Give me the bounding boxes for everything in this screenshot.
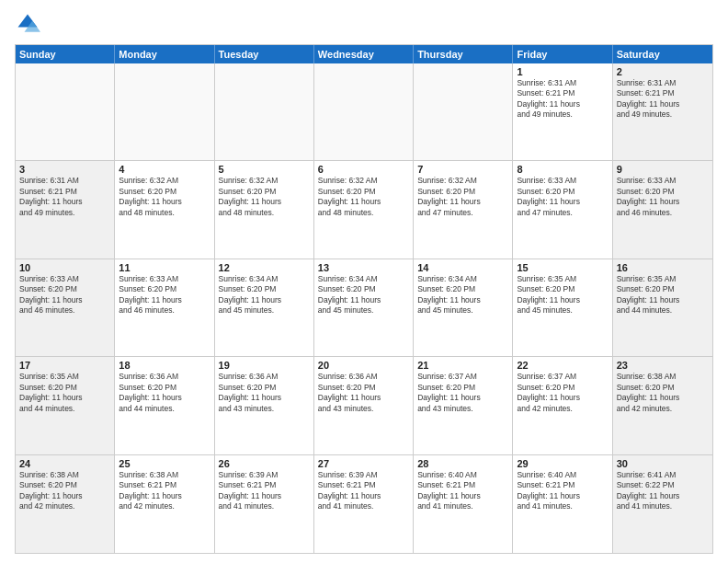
- day-info: Sunrise: 6:36 AM Sunset: 6:20 PM Dayligh…: [219, 372, 310, 414]
- day-cell-11: 11Sunrise: 6:33 AM Sunset: 6:20 PM Dayli…: [115, 259, 214, 356]
- header-day-monday: Monday: [115, 45, 214, 63]
- day-number: 5: [219, 164, 310, 175]
- day-number: 21: [417, 360, 508, 371]
- header-day-wednesday: Wednesday: [314, 45, 414, 63]
- day-number: 30: [617, 458, 709, 469]
- header-day-saturday: Saturday: [613, 45, 712, 63]
- day-cell-3: 3Sunrise: 6:31 AM Sunset: 6:21 PM Daylig…: [16, 161, 115, 258]
- calendar-body: 1Sunrise: 6:31 AM Sunset: 6:21 PM Daylig…: [16, 63, 712, 553]
- week-2: 3Sunrise: 6:31 AM Sunset: 6:21 PM Daylig…: [16, 161, 712, 259]
- day-cell-18: 18Sunrise: 6:36 AM Sunset: 6:20 PM Dayli…: [115, 357, 214, 454]
- day-number: 13: [318, 262, 409, 273]
- day-info: Sunrise: 6:36 AM Sunset: 6:20 PM Dayligh…: [119, 372, 210, 414]
- day-info: Sunrise: 6:32 AM Sunset: 6:20 PM Dayligh…: [119, 176, 210, 218]
- day-cell-7: 7Sunrise: 6:32 AM Sunset: 6:20 PM Daylig…: [414, 161, 513, 258]
- day-cell-25: 25Sunrise: 6:38 AM Sunset: 6:21 PM Dayli…: [115, 455, 214, 553]
- empty-cell: [215, 63, 314, 160]
- day-info: Sunrise: 6:39 AM Sunset: 6:21 PM Dayligh…: [219, 470, 310, 512]
- day-cell-24: 24Sunrise: 6:38 AM Sunset: 6:20 PM Dayli…: [16, 455, 115, 553]
- day-info: Sunrise: 6:34 AM Sunset: 6:20 PM Dayligh…: [417, 274, 508, 316]
- day-info: Sunrise: 6:38 AM Sunset: 6:21 PM Dayligh…: [119, 470, 210, 512]
- day-info: Sunrise: 6:33 AM Sunset: 6:20 PM Dayligh…: [119, 274, 210, 316]
- day-info: Sunrise: 6:38 AM Sunset: 6:20 PM Dayligh…: [19, 470, 110, 512]
- day-cell-28: 28Sunrise: 6:40 AM Sunset: 6:21 PM Dayli…: [414, 455, 513, 553]
- day-cell-9: 9Sunrise: 6:33 AM Sunset: 6:20 PM Daylig…: [613, 161, 712, 258]
- day-cell-6: 6Sunrise: 6:32 AM Sunset: 6:20 PM Daylig…: [314, 161, 414, 258]
- empty-cell: [115, 63, 214, 160]
- calendar-header: SundayMondayTuesdayWednesdayThursdayFrid…: [16, 45, 712, 63]
- day-number: 12: [219, 262, 310, 273]
- week-4: 17Sunrise: 6:35 AM Sunset: 6:20 PM Dayli…: [16, 357, 712, 454]
- day-number: 19: [219, 360, 310, 371]
- day-number: 27: [318, 458, 409, 469]
- day-info: Sunrise: 6:32 AM Sunset: 6:20 PM Dayligh…: [318, 176, 409, 218]
- day-number: 4: [119, 164, 210, 175]
- day-cell-8: 8Sunrise: 6:33 AM Sunset: 6:20 PM Daylig…: [513, 161, 612, 258]
- day-info: Sunrise: 6:41 AM Sunset: 6:22 PM Dayligh…: [617, 470, 709, 512]
- day-info: Sunrise: 6:34 AM Sunset: 6:20 PM Dayligh…: [318, 274, 409, 316]
- day-cell-4: 4Sunrise: 6:32 AM Sunset: 6:20 PM Daylig…: [115, 161, 214, 258]
- day-number: 24: [19, 458, 110, 469]
- day-info: Sunrise: 6:32 AM Sunset: 6:20 PM Dayligh…: [219, 176, 310, 218]
- day-number: 8: [517, 164, 608, 175]
- day-number: 6: [318, 164, 409, 175]
- day-cell-26: 26Sunrise: 6:39 AM Sunset: 6:21 PM Dayli…: [215, 455, 314, 553]
- day-info: Sunrise: 6:32 AM Sunset: 6:20 PM Dayligh…: [417, 176, 508, 218]
- day-cell-13: 13Sunrise: 6:34 AM Sunset: 6:20 PM Dayli…: [314, 259, 414, 356]
- empty-cell: [16, 63, 115, 160]
- day-info: Sunrise: 6:38 AM Sunset: 6:20 PM Dayligh…: [617, 372, 709, 414]
- day-number: 10: [19, 262, 110, 273]
- day-cell-10: 10Sunrise: 6:33 AM Sunset: 6:20 PM Dayli…: [16, 259, 115, 356]
- header: [15, 11, 713, 37]
- day-number: 11: [119, 262, 210, 273]
- day-cell-14: 14Sunrise: 6:34 AM Sunset: 6:20 PM Dayli…: [414, 259, 513, 356]
- day-number: 23: [617, 360, 709, 371]
- day-info: Sunrise: 6:33 AM Sunset: 6:20 PM Dayligh…: [617, 176, 709, 218]
- day-info: Sunrise: 6:31 AM Sunset: 6:21 PM Dayligh…: [19, 176, 110, 218]
- day-info: Sunrise: 6:36 AM Sunset: 6:20 PM Dayligh…: [318, 372, 409, 414]
- day-info: Sunrise: 6:35 AM Sunset: 6:20 PM Dayligh…: [617, 274, 709, 316]
- day-number: 3: [19, 164, 110, 175]
- day-info: Sunrise: 6:37 AM Sunset: 6:20 PM Dayligh…: [517, 372, 608, 414]
- logo: [15, 11, 44, 37]
- day-info: Sunrise: 6:34 AM Sunset: 6:20 PM Dayligh…: [219, 274, 310, 316]
- day-number: 29: [517, 458, 608, 469]
- header-day-tuesday: Tuesday: [215, 45, 314, 63]
- week-1: 1Sunrise: 6:31 AM Sunset: 6:21 PM Daylig…: [16, 63, 712, 161]
- day-info: Sunrise: 6:40 AM Sunset: 6:21 PM Dayligh…: [517, 470, 608, 512]
- empty-cell: [314, 63, 414, 160]
- day-number: 28: [417, 458, 508, 469]
- day-info: Sunrise: 6:40 AM Sunset: 6:21 PM Dayligh…: [417, 470, 508, 512]
- day-number: 20: [318, 360, 409, 371]
- day-cell-21: 21Sunrise: 6:37 AM Sunset: 6:20 PM Dayli…: [414, 357, 513, 454]
- day-cell-17: 17Sunrise: 6:35 AM Sunset: 6:20 PM Dayli…: [16, 357, 115, 454]
- day-number: 7: [417, 164, 508, 175]
- day-cell-15: 15Sunrise: 6:35 AM Sunset: 6:20 PM Dayli…: [513, 259, 612, 356]
- page: SundayMondayTuesdayWednesdayThursdayFrid…: [0, 0, 728, 563]
- day-number: 2: [617, 66, 709, 77]
- day-cell-23: 23Sunrise: 6:38 AM Sunset: 6:20 PM Dayli…: [613, 357, 712, 454]
- header-day-thursday: Thursday: [414, 45, 513, 63]
- day-info: Sunrise: 6:35 AM Sunset: 6:20 PM Dayligh…: [517, 274, 608, 316]
- day-number: 14: [417, 262, 508, 273]
- day-number: 25: [119, 458, 210, 469]
- day-info: Sunrise: 6:31 AM Sunset: 6:21 PM Dayligh…: [517, 78, 608, 121]
- day-number: 22: [517, 360, 608, 371]
- day-cell-12: 12Sunrise: 6:34 AM Sunset: 6:20 PM Dayli…: [215, 259, 314, 356]
- day-cell-29: 29Sunrise: 6:40 AM Sunset: 6:21 PM Dayli…: [513, 455, 612, 553]
- day-number: 18: [119, 360, 210, 371]
- day-cell-19: 19Sunrise: 6:36 AM Sunset: 6:20 PM Dayli…: [215, 357, 314, 454]
- day-info: Sunrise: 6:39 AM Sunset: 6:21 PM Dayligh…: [318, 470, 409, 512]
- day-number: 17: [19, 360, 110, 371]
- day-cell-30: 30Sunrise: 6:41 AM Sunset: 6:22 PM Dayli…: [613, 455, 712, 553]
- day-cell-22: 22Sunrise: 6:37 AM Sunset: 6:20 PM Dayli…: [513, 357, 612, 454]
- day-info: Sunrise: 6:37 AM Sunset: 6:20 PM Dayligh…: [417, 372, 508, 414]
- week-5: 24Sunrise: 6:38 AM Sunset: 6:20 PM Dayli…: [16, 455, 712, 553]
- logo-icon: [15, 11, 40, 37]
- day-number: 26: [219, 458, 310, 469]
- day-number: 1: [517, 66, 608, 77]
- day-number: 16: [617, 262, 709, 273]
- day-number: 15: [517, 262, 608, 273]
- day-info: Sunrise: 6:31 AM Sunset: 6:21 PM Dayligh…: [617, 78, 709, 121]
- day-cell-1: 1Sunrise: 6:31 AM Sunset: 6:21 PM Daylig…: [513, 63, 612, 160]
